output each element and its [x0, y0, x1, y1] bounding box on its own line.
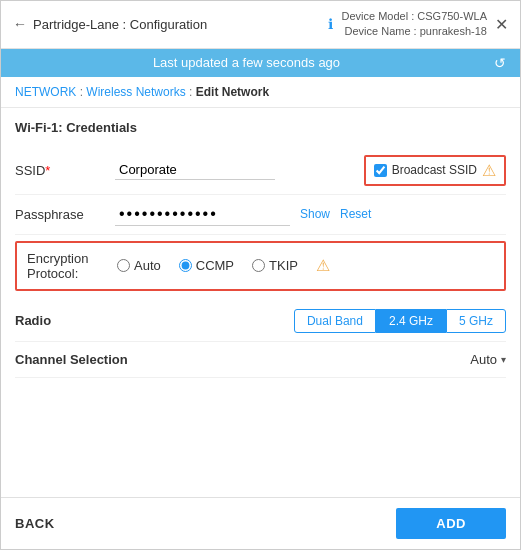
radio-auto[interactable]: Auto [117, 258, 161, 273]
radio-tkip-label: TKIP [269, 258, 298, 273]
back-nav-arrow[interactable]: ← [13, 16, 27, 32]
add-button[interactable]: ADD [396, 508, 506, 539]
ssid-value-area: Broadcast SSID ⚠ [115, 155, 506, 186]
passphrase-input[interactable] [115, 203, 290, 226]
close-icon[interactable]: ✕ [495, 15, 508, 34]
passphrase-row: Passphrase Show Reset [15, 195, 506, 235]
refresh-icon[interactable]: ↺ [494, 55, 514, 71]
radio-section-label: Radio [15, 313, 115, 328]
header: ← Partridge-Lane : Configuration ℹ Devic… [1, 1, 520, 49]
status-message: Last updated a few seconds ago [7, 55, 486, 70]
footer: BACK ADD [1, 497, 520, 549]
broadcast-ssid-box: Broadcast SSID ⚠ [364, 155, 506, 186]
main-window: ← Partridge-Lane : Configuration ℹ Devic… [0, 0, 521, 550]
dual-band-button[interactable]: Dual Band [294, 309, 376, 333]
ssid-row: SSID* Broadcast SSID ⚠ [15, 147, 506, 195]
device-info: Device Model : CSG750-WLA Device Name : … [341, 9, 487, 40]
back-button[interactable]: BACK [15, 516, 55, 531]
radio-tkip[interactable]: TKIP [252, 258, 298, 273]
chevron-down-icon: ▾ [501, 354, 506, 365]
radio-tkip-input[interactable] [252, 259, 265, 272]
radio-auto-label: Auto [134, 258, 161, 273]
device-model-line: Device Model : CSG750-WLA [341, 9, 487, 24]
device-name-line: Device Name : punrakesh-18 [341, 24, 487, 39]
show-link[interactable]: Show [300, 207, 330, 221]
device-name-label: Device Name : [345, 25, 417, 37]
breadcrumb-current: Edit Network [196, 85, 269, 99]
encryption-container: Encryption Protocol: Auto CCMP TKIP ⚠ [15, 241, 506, 291]
content-area: Wi-Fi-1: Credentials SSID* Broadcast SSI… [1, 108, 520, 497]
ssid-input[interactable] [115, 160, 275, 180]
ssid-required: * [45, 163, 50, 178]
radio-auto-input[interactable] [117, 259, 130, 272]
breadcrumb-network[interactable]: NETWORK [15, 85, 76, 99]
passphrase-label: Passphrase [15, 207, 115, 222]
24ghz-button[interactable]: 2.4 GHz [376, 309, 446, 333]
device-model-label: Device Model : [341, 10, 414, 22]
channel-row: Channel Selection Auto ▾ [15, 342, 506, 378]
channel-select[interactable]: Auto ▾ [470, 352, 506, 367]
radio-ccmp-label: CCMP [196, 258, 234, 273]
radio-section: Radio Dual Band 2.4 GHz 5 GHz [15, 297, 506, 342]
band-buttons: Dual Band 2.4 GHz 5 GHz [294, 309, 506, 333]
channel-label: Channel Selection [15, 352, 175, 367]
info-icon[interactable]: ℹ [328, 16, 333, 32]
status-bar: Last updated a few seconds ago ↺ [1, 49, 520, 77]
section-title: Wi-Fi-1: Credentials [15, 120, 506, 135]
breadcrumb-sep1: : [76, 85, 86, 99]
breadcrumb-wireless[interactable]: Wireless Networks [86, 85, 185, 99]
breadcrumb: NETWORK : Wireless Networks : Edit Netwo… [1, 77, 520, 108]
reset-link[interactable]: Reset [340, 207, 371, 221]
header-title: Partridge-Lane : Configuration [33, 17, 207, 32]
encryption-label: Encryption Protocol: [27, 251, 117, 281]
ssid-label: SSID* [15, 163, 115, 178]
broadcast-warning-icon: ⚠ [482, 161, 496, 180]
broadcast-ssid-label: Broadcast SSID [392, 163, 477, 177]
header-left: ← Partridge-Lane : Configuration [13, 16, 207, 32]
header-right: ℹ Device Model : CSG750-WLA Device Name … [328, 9, 508, 40]
encryption-radio-group: Auto CCMP TKIP ⚠ [117, 256, 494, 275]
radio-ccmp[interactable]: CCMP [179, 258, 234, 273]
channel-value: Auto [470, 352, 497, 367]
encryption-row: Encryption Protocol: Auto CCMP TKIP ⚠ [15, 241, 506, 291]
device-name-value: punrakesh-18 [420, 25, 487, 37]
breadcrumb-sep2: : [186, 85, 196, 99]
5ghz-button[interactable]: 5 GHz [446, 309, 506, 333]
broadcast-ssid-checkbox[interactable] [374, 164, 387, 177]
device-model-value: CSG750-WLA [417, 10, 487, 22]
passphrase-value-area: Show Reset [115, 203, 506, 226]
encryption-warning-icon: ⚠ [316, 256, 330, 275]
radio-ccmp-input[interactable] [179, 259, 192, 272]
